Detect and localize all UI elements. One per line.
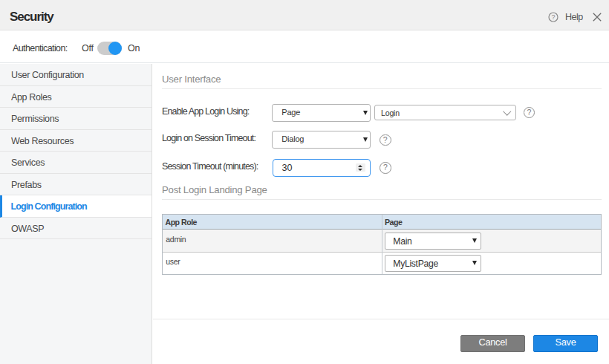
svg-text:?: ? bbox=[551, 13, 555, 21]
